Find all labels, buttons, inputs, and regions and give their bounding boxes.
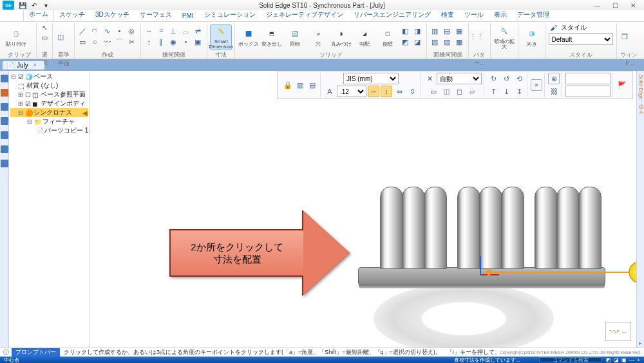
opt-a-icon[interactable]: ▭ [428, 86, 439, 97]
extrude-button[interactable]: ⬒突き出し [261, 24, 283, 50]
place3-icon[interactable]: ↧ [513, 86, 525, 97]
tab-reverse[interactable]: リバースエンジニアリング [348, 8, 436, 21]
status-ic1[interactable]: ◩ [606, 357, 611, 363]
solid-misc4-icon[interactable]: ◪ [412, 37, 422, 46]
pathfinder-tree[interactable]: ⊟☑🧊ベース ⬚材質 (なし) ⊞☐◫ベース参照平面 ⊞☑◼デザインボディ ⊟🟠… [9, 71, 90, 350]
revolve-button[interactable]: 🔄回転 [284, 24, 306, 50]
dimtype4-icon[interactable]: ⇕ [406, 86, 418, 97]
tol-select[interactable]: 自動 [437, 73, 482, 84]
value1-input[interactable] [565, 73, 611, 84]
textheight-select[interactable]: .12 [337, 86, 366, 97]
graphics-viewport[interactable]: 🔒 ▥ ▤ JIS (mm) A .12 ↔ ↕ ⇔ ⇕ ✕ 自動 [90, 71, 636, 350]
paste-button[interactable]: 📋貼り付け [5, 24, 27, 50]
sym-icon[interactable]: ⇌ [193, 26, 203, 35]
pattern-icon[interactable]: ⋮⋮ [471, 33, 482, 42]
facerel6-icon[interactable]: ▩ [454, 37, 464, 46]
opt-lock-icon[interactable]: 🔒 [282, 79, 294, 91]
dimtype3-icon[interactable]: ⇔ [393, 86, 405, 97]
lt-icon-1[interactable] [1, 75, 8, 82]
minimize-button[interactable]: — [589, 1, 605, 10]
tan-icon[interactable]: ⌓ [180, 26, 191, 35]
rot1-icon[interactable]: ↻ [488, 73, 499, 84]
zoomarea-button[interactable]: 🔍領域の拡大 [493, 24, 515, 50]
lt-icon-4[interactable] [1, 117, 8, 125]
round-button[interactable]: ◗丸みづけ [330, 24, 352, 50]
close-button[interactable]: ✕ [625, 1, 641, 10]
tree-baseplanes[interactable]: ⊞☐◫ベース参照平面 [10, 90, 88, 99]
curve-icon[interactable]: ∿ [102, 26, 112, 35]
place2-icon[interactable]: ⤓ [500, 86, 512, 97]
facerel2-icon[interactable]: ▤ [442, 26, 452, 35]
tol-icon[interactable]: ✕ [424, 73, 435, 84]
window-icon[interactable]: ❐ [620, 33, 630, 42]
hole-button[interactable]: ⌀穴 [307, 24, 329, 50]
plane-icon[interactable]: ◫ [55, 33, 66, 42]
solid-misc3-icon[interactable]: ◩ [400, 37, 410, 46]
parallel-icon[interactable]: ∥ [156, 37, 166, 46]
qat-more-icon[interactable]: ▾ [41, 1, 50, 10]
place1-icon[interactable]: ⤒ [488, 86, 499, 97]
tree-synchronous[interactable]: ⊟🟠シンクロナス◀ [10, 108, 88, 117]
rot2-icon[interactable]: ↺ [500, 73, 512, 84]
tab-data[interactable]: データ管理 [512, 8, 554, 21]
fillet-icon[interactable]: ⌒ [114, 37, 124, 46]
tree-material[interactable]: ⬚材質 (なし) [10, 81, 88, 90]
lt-icon-2[interactable] [1, 89, 8, 97]
opt-flag-icon[interactable]: 🚩 [616, 79, 628, 91]
rect-icon[interactable]: ▭ [77, 37, 88, 46]
status-ic2[interactable]: ◪ [614, 357, 619, 363]
app-icon[interactable]: SE [3, 1, 14, 10]
opt-d-icon[interactable]: ▱ [466, 86, 478, 97]
style-select[interactable]: Default [549, 33, 613, 45]
status-ic4[interactable]: — [629, 357, 634, 363]
thinwall-button[interactable]: ▢側壁 [377, 24, 399, 50]
horiz-icon[interactable]: ↔ [144, 26, 154, 35]
opt-x-button[interactable]: × [531, 79, 542, 91]
lt-icon-3[interactable] [1, 103, 8, 111]
offset-icon[interactable]: ◎ [126, 26, 137, 35]
line-icon[interactable]: ／ [77, 26, 88, 35]
dimtype2-icon[interactable]: ↕ [381, 86, 392, 97]
right-collapse-icon[interactable]: ▸ [639, 340, 642, 346]
model-cylinders[interactable] [380, 187, 601, 269]
doc-close-icon[interactable]: × [33, 62, 37, 68]
rigid-icon[interactable]: ▣ [193, 37, 203, 46]
facerel1-icon[interactable]: ▥ [430, 26, 440, 35]
status-ic5[interactable]: + [637, 357, 640, 363]
draft-button[interactable]: ◢勾配 [354, 24, 375, 50]
tree-root[interactable]: ⊟☑🧊ベース [10, 72, 88, 81]
tree-features[interactable]: ⊟📁フィーチャ [10, 117, 88, 126]
tab-generative[interactable]: ジェネレーティブデザイン [261, 8, 348, 21]
spline-icon[interactable]: 〰 [102, 37, 112, 46]
orient-button[interactable]: 🧊向き [521, 24, 543, 50]
tree-partcopy[interactable]: 📄パーツコピー 1 [10, 126, 88, 135]
opt-axis2-icon[interactable]: ▤ [307, 79, 318, 91]
dimension-preview-line[interactable] [488, 272, 636, 273]
tab-3dsketch[interactable]: 3Dスケッチ [90, 8, 135, 21]
smart-dimension-button[interactable]: 📏Smart Dimension [210, 24, 232, 50]
lt-icon-7[interactable] [1, 160, 8, 167]
arc-icon[interactable]: ◠ [90, 26, 100, 35]
opt-b-icon[interactable]: ◫ [440, 86, 452, 97]
maximize-button[interactable]: ☐ [607, 1, 623, 10]
lt-icon-5[interactable] [1, 131, 8, 139]
tree-designbody[interactable]: ⊞☑◼デザインボディ [10, 99, 88, 108]
perp-icon[interactable]: ⊥ [168, 26, 178, 35]
model-base[interactable] [358, 267, 605, 285]
document-tab[interactable]: 📄 July × [3, 61, 44, 70]
view-cube[interactable]: TOP — [605, 322, 631, 341]
lt-icon-6[interactable] [1, 145, 8, 153]
status-ic3[interactable]: ▣ [621, 357, 627, 363]
tab-pmi[interactable]: PMI [177, 10, 199, 21]
trim-icon[interactable]: ✂ [126, 37, 137, 46]
value2-input[interactable] [565, 86, 611, 97]
facerel4-icon[interactable]: ▧ [430, 37, 440, 46]
right-sidebar-label[interactable]: Solid Edgeホーム [637, 75, 644, 111]
tab-inspect[interactable]: 検査 [436, 8, 459, 21]
coinc-icon[interactable]: ∘ [180, 37, 191, 46]
tab-view[interactable]: 表示 [489, 8, 512, 21]
solid-misc2-icon[interactable]: ◨ [412, 26, 422, 35]
select-icon[interactable]: ↖ [39, 23, 50, 32]
solid-misc1-icon[interactable]: ◧ [400, 26, 410, 35]
circle-icon[interactable]: ○ [90, 37, 100, 46]
